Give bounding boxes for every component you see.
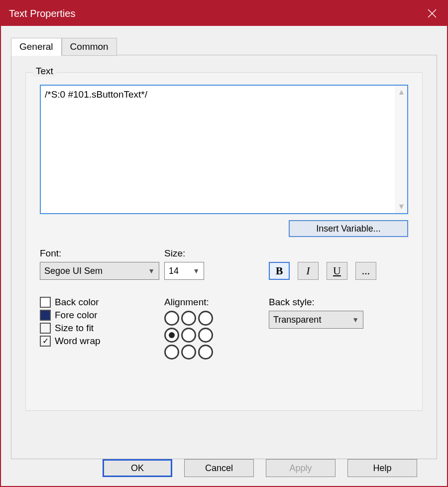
align-top-left[interactable] [164,311,179,326]
fore-color-label: Fore color [55,310,98,321]
word-wrap-checkbox[interactable]: ✓ [40,336,51,347]
fore-color-swatch[interactable] [40,310,51,321]
ok-button[interactable]: OK [103,459,172,477]
text-area-wrap: ▲ ▼ [40,85,408,214]
align-middle-center[interactable] [181,328,196,343]
apply-button[interactable]: Apply [266,459,336,477]
chevron-down-icon: ▼ [193,267,200,275]
close-icon [428,9,437,18]
align-bottom-center[interactable] [181,345,196,360]
tabstrip: General Common [11,38,437,56]
tab-page-general: Text ▲ ▼ Insert Variable... Font: S [11,55,437,459]
dialog-footer: OK Cancel Apply Help [11,459,437,477]
back-color-swatch[interactable] [40,297,51,308]
word-wrap-label: Word wrap [55,336,101,347]
italic-button[interactable]: I [298,262,319,280]
insert-variable-button[interactable]: Insert Variable... [289,220,408,237]
options-list: Back color Fore color Size to fit ✓ [40,297,159,349]
size-combo[interactable]: 14 ▼ [164,262,204,280]
back-style-label: Back style: [269,297,408,308]
help-button[interactable]: Help [347,459,417,477]
chevron-down-icon: ▼ [352,316,359,324]
underline-button[interactable]: U [327,262,347,280]
size-to-fit-checkbox[interactable] [40,323,51,334]
bold-button[interactable]: B [269,262,290,280]
client-area: General Common Text ▲ ▼ Insert Variable.… [1,26,447,486]
alignment-label: Alignment: [164,297,264,308]
text-groupbox: Text ▲ ▼ Insert Variable... Font: S [25,72,423,411]
align-top-center[interactable] [181,311,196,326]
cancel-button[interactable]: Cancel [184,459,254,477]
scroll-up-icon: ▲ [398,88,406,97]
text-content-input[interactable] [41,86,395,213]
size-label: Size: [164,248,264,259]
back-style-combo[interactable]: Transparent ▼ [269,311,363,329]
titlebar: Text Properties [1,1,447,26]
font-label: Font: [40,248,159,259]
align-bottom-left[interactable] [164,345,179,360]
dialog-window: Text Properties General Common Text ▲ ▼ [0,0,448,487]
close-button[interactable] [417,1,447,26]
tab-general[interactable]: General [11,38,62,56]
text-legend: Text [33,66,56,77]
back-color-label: Back color [55,297,99,308]
alignment-grid [164,311,264,360]
align-top-right[interactable] [198,311,213,326]
scrollbar-vertical[interactable]: ▲ ▼ [395,86,407,213]
chevron-down-icon: ▼ [148,267,155,275]
font-combo[interactable]: Segoe UI Sem ▼ [40,262,159,280]
align-bottom-right[interactable] [198,345,213,360]
more-style-button[interactable]: ... [355,262,376,280]
tab-common[interactable]: Common [62,38,117,56]
align-middle-right[interactable] [198,328,213,343]
align-middle-left[interactable] [164,328,179,343]
size-to-fit-label: Size to fit [55,323,94,334]
scroll-down-icon: ▼ [398,202,406,211]
back-style-value: Transparent [273,315,321,325]
font-value: Segoe UI Sem [44,266,103,276]
window-title: Text Properties [9,8,417,19]
size-value: 14 [169,266,179,276]
